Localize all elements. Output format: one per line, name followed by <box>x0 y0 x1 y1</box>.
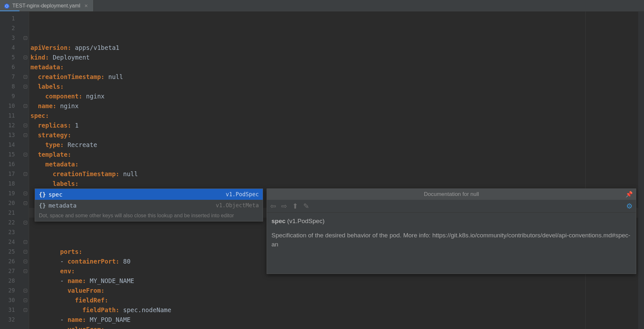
fold-toggle-icon[interactable] <box>24 56 27 59</box>
code-line[interactable]: strategy: <box>29 130 644 140</box>
line-number: 18 <box>0 179 22 188</box>
doc-title: Documentation for null <box>424 191 479 198</box>
line-number: 2 <box>0 23 22 33</box>
object-icon: {} <box>39 202 46 209</box>
fold-toggle-icon[interactable] <box>24 124 27 127</box>
close-icon[interactable]: ✕ <box>83 3 89 8</box>
code-line[interactable]: - name: MY_POD_NAME <box>29 315 644 324</box>
code-line[interactable]: valueFrom: <box>29 286 644 295</box>
line-number: 7 <box>0 72 22 82</box>
code-line[interactable]: type: Recreate <box>29 140 644 150</box>
doc-title-bar: Documentation for null 📌 <box>267 189 636 200</box>
fold-toggle-icon[interactable] <box>24 192 27 195</box>
line-number: 13 <box>0 130 22 140</box>
line-number: 25 <box>0 247 22 256</box>
doc-toolbar: ⇦ ⇨ ⬆ ✎ ⚙ <box>267 200 636 213</box>
line-number: 9 <box>0 91 22 101</box>
fold-toggle-icon[interactable] <box>24 104 27 108</box>
autocomplete-item-type: v1.ObjectMeta <box>216 202 259 209</box>
line-number: 23 <box>0 227 22 237</box>
code-line[interactable]: labels: <box>29 179 644 188</box>
doc-signature: spec (v1.PodSpec) <box>271 217 631 226</box>
line-number: 14 <box>0 140 22 150</box>
line-number: 1 <box>0 14 22 23</box>
svg-marker-0 <box>4 3 10 8</box>
fold-toggle-icon[interactable] <box>24 250 27 254</box>
fold-toggle-icon[interactable] <box>24 269 27 273</box>
code-line[interactable]: spec: <box>29 111 644 120</box>
fold-toggle-icon[interactable] <box>24 221 27 224</box>
autocomplete-item-name: spec <box>49 191 226 198</box>
line-number: 12 <box>0 120 22 130</box>
autocomplete-item[interactable]: {}specv1.PodSpec <box>35 189 263 200</box>
fold-toggle-icon[interactable] <box>24 260 27 263</box>
line-number: 24 <box>0 237 22 247</box>
fold-toggle-icon[interactable] <box>24 308 27 312</box>
line-number-gutter: 1234567891011121314151617181920212223242… <box>0 12 22 329</box>
line-number: 10 <box>0 101 22 111</box>
doc-body: spec (v1.PodSpec) Specification of the d… <box>267 213 636 253</box>
code-line[interactable]: creationTimestamp: null <box>29 169 644 179</box>
line-number: 11 <box>0 111 22 120</box>
line-number: 8 <box>0 82 22 91</box>
code-line[interactable]: template: <box>29 150 644 159</box>
autocomplete-item-name: metadata <box>49 202 216 209</box>
fold-toggle-icon[interactable] <box>24 201 27 205</box>
line-number: 29 <box>0 286 22 295</box>
tab-title: TEST-nginx-deployment.yaml <box>12 3 80 9</box>
code-line[interactable]: component: nginx <box>29 91 644 101</box>
code-line[interactable]: replicas: 1 <box>29 120 644 130</box>
line-number: 26 <box>0 256 22 266</box>
autocomplete-item[interactable]: {}metadatav1.ObjectMeta <box>35 200 263 211</box>
line-number: 32 <box>0 315 22 324</box>
fold-column <box>22 12 29 329</box>
gear-icon[interactable]: ⚙ <box>626 202 633 210</box>
forward-icon[interactable]: ⇨ <box>281 202 287 210</box>
autocomplete-item-type: v1.PodSpec <box>226 191 259 198</box>
line-number: 30 <box>0 295 22 305</box>
line-number: 20 <box>0 198 22 208</box>
documentation-panel: Documentation for null 📌 ⇦ ⇨ ⬆ ✎ ⚙ spec … <box>267 188 636 274</box>
line-number: 22 <box>0 218 22 227</box>
marker-strip <box>638 12 644 329</box>
line-number: 15 <box>0 150 22 159</box>
fold-toggle-icon[interactable] <box>24 75 27 79</box>
right-margin-line <box>585 12 586 329</box>
autocomplete-hint: Dot, space and some other keys will also… <box>35 211 263 221</box>
code-line[interactable]: fieldRef: <box>29 295 644 305</box>
code-line[interactable]: metadata: <box>29 159 644 169</box>
code-line[interactable]: metadata: <box>29 62 644 72</box>
code-line[interactable]: apiVersion: apps/v1beta1 <box>29 43 644 52</box>
back-icon[interactable]: ⇦ <box>270 202 276 210</box>
code-line[interactable]: - name: MY_NODE_NAME <box>29 276 644 286</box>
fold-toggle-icon[interactable] <box>24 240 27 244</box>
code-area[interactable]: apiVersion: apps/v1beta1kind: Deployment… <box>29 12 644 329</box>
line-number: 28 <box>0 276 22 286</box>
code-line[interactable]: creationTimestamp: null <box>29 72 644 82</box>
line-number: 3 <box>0 33 22 43</box>
doc-description: Specification of the desired behavior of… <box>271 231 631 249</box>
fold-toggle-icon[interactable] <box>24 133 27 137</box>
tab-bar: TEST-nginx-deployment.yaml ✕ <box>0 0 644 12</box>
pin-icon[interactable]: 📌 <box>626 191 633 198</box>
editor[interactable]: 1234567891011121314151617181920212223242… <box>0 12 644 329</box>
line-number: 31 <box>0 305 22 315</box>
fold-toggle-icon[interactable] <box>24 172 27 176</box>
code-line[interactable]: kind: Deployment <box>29 52 644 62</box>
code-line[interactable]: name: nginx <box>29 101 644 111</box>
object-icon: {} <box>39 191 46 198</box>
up-icon[interactable]: ⬆ <box>292 202 298 210</box>
fold-toggle-icon[interactable] <box>24 289 27 292</box>
autocomplete-popup: {}specv1.PodSpec{}metadatav1.ObjectMeta … <box>35 188 263 221</box>
fold-toggle-icon[interactable] <box>24 299 27 302</box>
code-line[interactable]: labels: <box>29 82 644 91</box>
fold-toggle-icon[interactable] <box>24 153 27 156</box>
fold-toggle-icon[interactable] <box>24 85 27 88</box>
code-line[interactable]: valueFrom: <box>29 324 644 329</box>
line-number: 6 <box>0 62 22 72</box>
line-number: 17 <box>0 169 22 179</box>
file-tab[interactable]: TEST-nginx-deployment.yaml ✕ <box>0 0 94 11</box>
code-line[interactable]: fieldPath: spec.nodeName <box>29 305 644 315</box>
fold-toggle-icon[interactable] <box>24 36 27 40</box>
edit-source-icon[interactable]: ✎ <box>303 202 309 210</box>
